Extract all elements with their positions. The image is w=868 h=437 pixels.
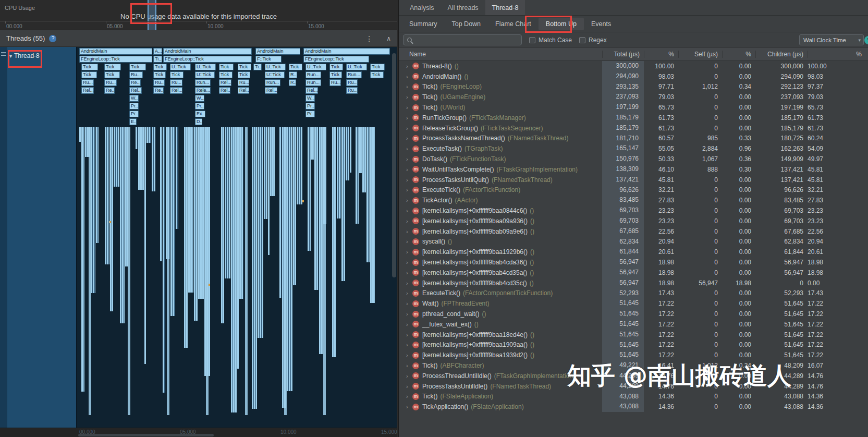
flame-block[interactable]: Rel... bbox=[219, 87, 230, 94]
flame-column[interactable] bbox=[362, 127, 366, 192]
table-row[interactable]: ›mProcessTasksUntilQuit()(FNamedTaskThre… bbox=[399, 175, 868, 185]
flame-block[interactable]: AndroidMain bbox=[163, 48, 252, 55]
flame-column[interactable] bbox=[366, 127, 370, 262]
expand-chevron-icon[interactable]: › bbox=[406, 393, 412, 399]
table-row[interactable]: ›m[kernel.kallsyms]+0xffffff9baa1909aa()… bbox=[399, 340, 868, 350]
search-field[interactable] bbox=[403, 34, 522, 45]
vertical-scrollbar[interactable] bbox=[392, 49, 397, 424]
column-header-6[interactable]: % bbox=[808, 51, 868, 58]
table-row[interactable]: ›mTick()(UWorld)197,19965.7300.00197,199… bbox=[399, 102, 868, 113]
expand-chevron-icon[interactable]: › bbox=[406, 311, 412, 317]
flame-block[interactable]: Pr... bbox=[305, 103, 315, 110]
table-row[interactable]: ›m[kernel.kallsyms]+0xffffff9bab09a9e6()… bbox=[399, 226, 868, 237]
checkbox-box[interactable] bbox=[579, 37, 585, 43]
flame-block[interactable]: Tick bbox=[153, 64, 167, 70]
tab-all-threads[interactable]: All threads bbox=[441, 0, 485, 15]
flame-block[interactable]: Tick bbox=[81, 71, 97, 78]
flame-block[interactable]: R... bbox=[289, 71, 297, 78]
clock-type-select[interactable]: Wall Clock Time ▾ bbox=[799, 34, 864, 45]
flame-block[interactable]: Ti... bbox=[153, 56, 162, 63]
table-row[interactable]: ›mWaitUntilTasksComplete()(FTaskGraphImp… bbox=[399, 164, 868, 175]
flame-block[interactable]: Tick bbox=[153, 71, 166, 78]
search-input[interactable] bbox=[415, 37, 521, 44]
expand-chevron-icon[interactable]: › bbox=[406, 321, 412, 327]
expand-chevron-icon[interactable]: › bbox=[406, 197, 412, 203]
flame-column[interactable] bbox=[110, 127, 113, 311]
expand-chevron-icon[interactable]: › bbox=[406, 404, 412, 410]
flame-column[interactable] bbox=[170, 127, 175, 316]
flame-block[interactable]: Tick bbox=[81, 64, 98, 70]
flame-block[interactable]: FEngineLoop::Tick bbox=[79, 56, 152, 63]
flame-column[interactable] bbox=[91, 127, 95, 293]
flame-column[interactable] bbox=[167, 127, 169, 415]
tab-analysis[interactable]: Analysis bbox=[403, 0, 441, 15]
flame-block[interactable]: Tick bbox=[219, 71, 233, 78]
flame-block[interactable]: Ru... bbox=[170, 79, 182, 86]
table-row[interactable]: ›m__futex_wait_ex()()51,64517.2200.0051,… bbox=[399, 319, 868, 330]
flame-column[interactable] bbox=[332, 127, 336, 357]
flame-column[interactable] bbox=[323, 127, 326, 415]
flame-block[interactable]: Pr... bbox=[129, 103, 139, 110]
flame-block[interactable]: Rel... bbox=[219, 79, 231, 86]
column-header-0[interactable]: Name bbox=[399, 51, 602, 58]
flame-block[interactable]: Tick bbox=[104, 64, 121, 70]
flame-block[interactable]: Rele... bbox=[195, 87, 211, 94]
expand-chevron-icon[interactable]: › bbox=[406, 166, 412, 173]
tab-thread-8[interactable]: Thread-8 bbox=[485, 0, 525, 15]
expand-chevron-icon[interactable]: › bbox=[406, 290, 412, 296]
column-header-5[interactable]: Children (µs) bbox=[755, 51, 808, 58]
column-header-1[interactable]: Total (µs) bbox=[602, 51, 644, 58]
flame-block[interactable]: Tick bbox=[104, 71, 120, 78]
flame-block[interactable]: Tick bbox=[238, 71, 250, 78]
flame-column[interactable] bbox=[314, 127, 319, 290]
flame-column[interactable] bbox=[194, 127, 198, 321]
list-icon[interactable] bbox=[1, 51, 6, 57]
flame-block[interactable]: AndroidMain bbox=[255, 48, 300, 55]
flame-block[interactable]: Ru... bbox=[238, 79, 249, 86]
flame-column[interactable] bbox=[258, 127, 263, 338]
subtab-summary[interactable]: Summary bbox=[402, 18, 444, 30]
table-row[interactable]: ›m[kernel.kallsyms]+0xffffff9baa1939d2()… bbox=[399, 350, 868, 360]
expand-chevron-icon[interactable]: › bbox=[406, 94, 412, 100]
flame-block[interactable]: U::Tick bbox=[305, 64, 326, 70]
flame-column[interactable] bbox=[311, 127, 314, 160]
flame-block[interactable]: U::Tick bbox=[170, 64, 191, 70]
expand-chevron-icon[interactable]: › bbox=[406, 342, 412, 348]
flame-column[interactable] bbox=[308, 127, 311, 251]
flame-column[interactable] bbox=[350, 127, 351, 173]
flame-block[interactable]: U::Tick bbox=[265, 64, 286, 70]
flame-column[interactable] bbox=[163, 127, 165, 393]
flame-column[interactable] bbox=[96, 127, 99, 243]
expand-chevron-icon[interactable]: › bbox=[406, 228, 412, 235]
flame-column[interactable] bbox=[138, 127, 144, 190]
expand-chevron-icon[interactable]: › bbox=[406, 115, 412, 121]
flame-block[interactable]: Ru... bbox=[129, 71, 143, 78]
flame-block[interactable]: Rel... bbox=[170, 87, 182, 94]
table-row[interactable]: ›m[kernel.kallsyms]+0xffffff9bab4cd35a()… bbox=[399, 268, 868, 278]
flame-column[interactable] bbox=[128, 127, 130, 415]
table-row[interactable]: ›mTick()(UGameEngine)237,09379.0300.0023… bbox=[399, 92, 868, 102]
table-row[interactable]: ›msyscall()()62,83420.9400.0062,83420.94 bbox=[399, 237, 868, 247]
flame-block[interactable]: Ru... bbox=[346, 87, 358, 94]
expand-chevron-icon[interactable]: › bbox=[406, 156, 412, 162]
expand-chevron-icon[interactable]: › bbox=[406, 238, 412, 245]
column-header-3[interactable]: Self (µs) bbox=[678, 51, 722, 58]
flame-block[interactable]: Run... bbox=[265, 79, 280, 86]
flame-column[interactable] bbox=[284, 127, 287, 415]
expand-chevron-icon[interactable]: › bbox=[406, 249, 412, 255]
table-row[interactable]: ›m[kernel.kallsyms]+0xffffff9bab4cd35c()… bbox=[399, 278, 868, 288]
flame-block[interactable]: W... bbox=[195, 95, 204, 102]
column-header-4[interactable]: % bbox=[722, 51, 755, 58]
flame-column[interactable] bbox=[105, 127, 109, 264]
table-row[interactable]: ›mThread-8()()300,000100.0000.00300,0001… bbox=[399, 61, 868, 71]
flame-block[interactable]: U::Tick bbox=[346, 64, 367, 70]
flame-block[interactable]: Pr... bbox=[129, 111, 139, 117]
flame-column[interactable] bbox=[152, 127, 155, 191]
flame-block[interactable]: D... bbox=[195, 118, 202, 125]
table-row[interactable]: ›mTick()(FSlateApplication)43,08814.3600… bbox=[399, 392, 868, 402]
regex-checkbox[interactable]: Regex bbox=[579, 37, 607, 44]
table-row[interactable]: ›m[kernel.kallsyms]+0xffffff9baa09a936()… bbox=[399, 216, 868, 226]
table-row[interactable]: ›m[kernel.kallsyms]+0xffffff9baa1929b6()… bbox=[399, 247, 868, 257]
flame-column[interactable] bbox=[225, 127, 230, 278]
flame-block[interactable]: Tick bbox=[329, 64, 343, 70]
